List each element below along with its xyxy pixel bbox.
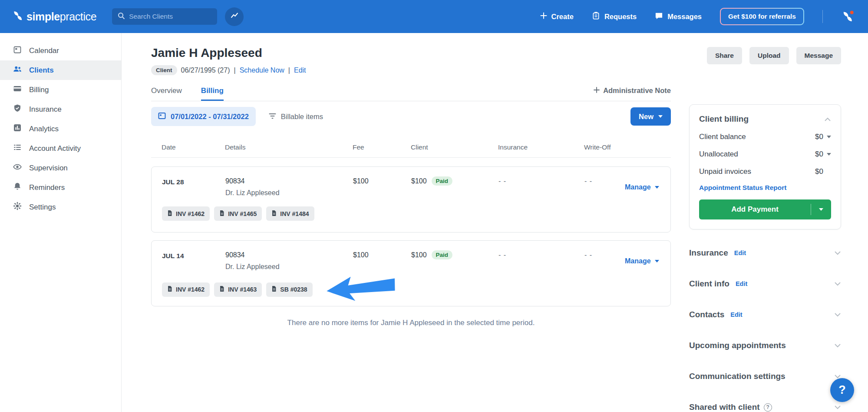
analytics-shortcut-button[interactable]	[225, 7, 244, 26]
add-payment-dropdown[interactable]	[811, 208, 831, 211]
share-button[interactable]: Share	[707, 47, 742, 64]
invoice-chip[interactable]: INV #1463	[214, 282, 262, 297]
bar-chart-icon	[13, 123, 22, 134]
table-row: JUL 28 90834 Dr. Liz Appleseed $100 $100…	[151, 166, 671, 233]
sidebar-item-analytics[interactable]: Analytics	[0, 119, 121, 139]
section-title: Insurance	[689, 248, 728, 258]
invoice-chip[interactable]: INV #1462	[162, 282, 210, 297]
requests-label: Requests	[604, 13, 637, 21]
filter-icon	[269, 113, 276, 121]
sidebar-item-insurance[interactable]: Insurance	[0, 100, 121, 119]
sidebar-item-calendar[interactable]: Calendar	[0, 41, 121, 60]
messages-button[interactable]: Messages	[655, 12, 702, 22]
client-search-box[interactable]	[112, 8, 217, 25]
unallocated-label: Unallocated	[699, 150, 815, 159]
bell-icon	[13, 182, 22, 193]
topbar-divider	[822, 10, 823, 23]
client-billing-card: Client billing Client balance $0 Unalloc…	[689, 104, 841, 229]
search-icon	[118, 12, 125, 21]
plus-icon	[540, 12, 547, 21]
client-type-badge: Client	[151, 65, 177, 75]
sidebar-item-reminders[interactable]: Reminders	[0, 178, 121, 197]
document-icon	[219, 210, 224, 218]
section-client-info[interactable]: Client info Edit	[689, 279, 841, 289]
chevron-down-icon[interactable]	[834, 312, 841, 317]
brand-logo[interactable]: simplepractice	[12, 10, 96, 23]
client-meta-row: Client 06/27/1995 (27) | Schedule Now | …	[151, 65, 671, 75]
document-chips-row: INV #1462 INV #1465 INV #1484	[162, 206, 660, 221]
invoice-chip[interactable]: INV #1465	[214, 206, 262, 221]
tab-billing[interactable]: Billing	[201, 86, 224, 101]
manage-dropdown[interactable]: Manage	[625, 251, 660, 271]
sidebar-item-label: Settings	[29, 203, 56, 212]
edit-insurance-link[interactable]: Edit	[734, 249, 746, 256]
help-button[interactable]: ?	[830, 378, 854, 402]
administrative-note-button[interactable]: Administrative Note	[594, 86, 671, 101]
notifications-butterfly-button[interactable]	[841, 10, 854, 23]
tab-overview[interactable]: Overview	[151, 86, 182, 101]
appointment-date: JUL 28	[162, 177, 225, 197]
edit-client-info-link[interactable]: Edit	[736, 280, 747, 287]
create-button[interactable]: Create	[540, 12, 574, 21]
upload-button[interactable]: Upload	[749, 47, 789, 64]
billable-items-filter[interactable]: Billable items	[269, 113, 323, 121]
sidebar-item-supervision[interactable]: Supervision	[0, 158, 121, 178]
top-navigation-bar: simplepractice Create Requests	[0, 0, 868, 33]
chevron-down-icon[interactable]	[834, 405, 841, 410]
invoice-chip[interactable]: INV #1462	[162, 206, 210, 221]
sidebar-item-label: Insurance	[29, 105, 62, 114]
unallocated-row: Unallocated $0	[699, 150, 831, 159]
date-range-picker[interactable]: 07/01/2022 - 07/31/2022	[151, 107, 256, 126]
client-action-buttons: Share Upload Message	[689, 47, 841, 64]
sidebar-item-label: Clients	[29, 66, 54, 75]
trend-line-icon	[230, 11, 239, 22]
chevron-down-icon	[658, 115, 663, 118]
document-icon	[219, 286, 224, 293]
sidebar-item-settings[interactable]: Settings	[0, 197, 121, 217]
edit-contacts-link[interactable]: Edit	[730, 311, 742, 318]
section-upcoming-appointments[interactable]: Upcoming appointments	[689, 341, 841, 350]
statement-chip[interactable]: SB #0238	[266, 282, 312, 297]
chevron-down-icon[interactable]	[834, 282, 841, 286]
appointment-status-report-link[interactable]: Appointment Status Report	[699, 184, 831, 192]
unallocated-dropdown[interactable]	[823, 153, 831, 156]
section-title: Communication settings	[689, 372, 785, 381]
client-balance-label: Client balance	[699, 133, 815, 141]
eye-icon	[13, 163, 22, 173]
insurance-amount: - -	[498, 177, 584, 197]
schedule-now-link[interactable]: Schedule Now	[240, 66, 284, 74]
create-label: Create	[551, 13, 574, 21]
sidebar-item-billing[interactable]: Billing	[0, 80, 121, 100]
service-code: 90834	[225, 177, 353, 185]
requests-button[interactable]: Requests	[592, 12, 637, 22]
unallocated-value: $0	[815, 150, 823, 159]
section-contacts[interactable]: Contacts Edit	[689, 310, 841, 319]
invoice-chip[interactable]: INV #1484	[266, 206, 314, 221]
topbar-actions: Create Requests Messages Get $100 for re…	[540, 8, 855, 25]
chevron-up-icon[interactable]	[824, 117, 831, 122]
section-communication-settings[interactable]: Communication settings	[689, 372, 841, 381]
chevron-down-icon[interactable]	[834, 343, 841, 348]
client-balance-dropdown[interactable]	[823, 136, 831, 138]
unpaid-invoices-label: Unpaid invoices	[699, 167, 815, 176]
referral-button[interactable]: Get $100 for referrals	[720, 8, 804, 25]
section-shared-with-client[interactable]: Shared with client ?	[689, 402, 841, 412]
separator: |	[234, 66, 236, 74]
new-button[interactable]: New	[630, 107, 671, 126]
sidebar-item-clients[interactable]: Clients	[0, 60, 121, 80]
paid-status-badge: Paid	[432, 250, 453, 259]
table-row: JUL 14 90834 Dr. Liz Appleseed $100 $100…	[151, 240, 671, 306]
add-payment-button[interactable]: Add Payment	[699, 199, 831, 219]
search-input[interactable]	[129, 13, 211, 20]
table-header-row: Date Details Fee Client Insurance Write-…	[151, 143, 671, 158]
chevron-down-icon[interactable]	[834, 251, 841, 256]
help-tooltip-icon[interactable]: ?	[764, 403, 772, 412]
fee-amount: $100	[353, 251, 411, 271]
clinician-name: Dr. Liz Appleseed	[225, 263, 353, 271]
manage-dropdown[interactable]: Manage	[625, 177, 660, 197]
message-button[interactable]: Message	[796, 47, 841, 64]
sidebar-item-account-activity[interactable]: Account Activity	[0, 139, 121, 158]
section-insurance[interactable]: Insurance Edit	[689, 248, 841, 258]
insurance-amount: - -	[498, 251, 584, 271]
edit-client-link[interactable]: Edit	[294, 66, 306, 74]
